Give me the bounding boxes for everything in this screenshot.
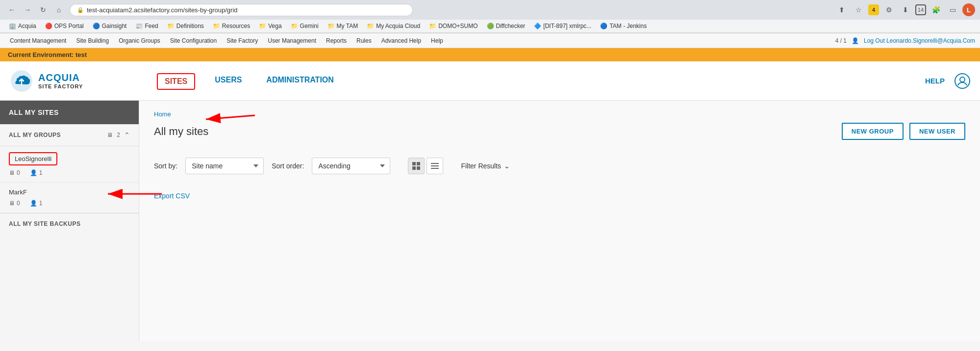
- filter-results-button[interactable]: Filter Results ⌄: [456, 159, 515, 173]
- topnav-user-management[interactable]: User Management: [263, 34, 321, 47]
- sort-by-label: Sort by:: [154, 162, 177, 170]
- logo-area: ACQUIA SITE FACTORY: [10, 69, 147, 93]
- topnav-organic-groups[interactable]: Organic Groups: [114, 34, 165, 47]
- bookmark-ops-portal[interactable]: 🔴 OPS Portal: [41, 22, 88, 30]
- svg-rect-8: [431, 168, 439, 169]
- extensions-button[interactable]: 4: [868, 4, 879, 15]
- share-button[interactable]: ⬆: [835, 3, 849, 17]
- settings-button[interactable]: ⚙: [882, 3, 896, 17]
- bookmark-tam-jenkins[interactable]: 🔵 TAM - Jenkins: [596, 22, 651, 30]
- diffchecker-icon: 🟢: [487, 23, 494, 29]
- address-bar[interactable]: 🔒 test-acquiatam2.acsitefactory.com/site…: [70, 4, 413, 16]
- sidebar: ALL MY SITES ALL MY GROUPS 🖥 2 ⌃ LeoSign…: [0, 101, 139, 341]
- group-name-markf: MarkF: [9, 189, 27, 196]
- app-wrapper: ACQUIA SITE FACTORY SITES USERS ADMINIST…: [0, 61, 980, 341]
- back-button[interactable]: ←: [5, 3, 19, 17]
- topnav-content-management[interactable]: Content Management: [5, 34, 71, 47]
- forward-button[interactable]: →: [21, 3, 34, 17]
- browser-nav-buttons: ← → ↻ ⌂: [5, 3, 66, 17]
- bookmark-domo-sumo[interactable]: 📁 DOMO+SUMO: [425, 22, 481, 30]
- profile-button[interactable]: L: [962, 3, 975, 16]
- tab-administration[interactable]: ADMINISTRATION: [261, 61, 338, 100]
- export-csv-link[interactable]: Export CSV: [154, 192, 190, 200]
- browser-chrome: ← → ↻ ⌂ 🔒 test-acquiatam2.acsitefactory.…: [0, 0, 980, 33]
- bookmark-resources[interactable]: 📁 Resources: [209, 22, 254, 30]
- sidebar-all-backups[interactable]: ALL MY SITE BACKUPS: [0, 213, 139, 234]
- svg-rect-3: [417, 162, 420, 165]
- sidebar-group-leosignorelli[interactable]: LeoSignorelli 🖥 0 👤 1: [0, 146, 139, 183]
- bookmark-diffchecker[interactable]: 🟢 Diffchecker: [483, 22, 529, 30]
- topnav-logout-link[interactable]: Log Out Leonardo.Signorelli@Acquia.Com: [864, 37, 975, 44]
- bookmark-feed[interactable]: 📰 Feed: [131, 22, 162, 30]
- dit-icon: 🔷: [534, 23, 541, 29]
- header-right: HELP: [925, 73, 970, 89]
- sort-order-select[interactable]: Ascending Descending: [312, 158, 390, 174]
- my-tam-icon: 📁: [327, 23, 335, 29]
- topnav-site-building[interactable]: Site Building: [71, 34, 114, 47]
- user-small-icon: 👤: [30, 169, 37, 176]
- bookmark-label: OPS Portal: [54, 23, 84, 29]
- browser-actions: ⬆ ☆ 4 ⚙ ⬇ 14 🧩 ▭ L: [835, 3, 975, 17]
- topnav-user-icon: 👤: [852, 37, 859, 44]
- bookmark-gainsight[interactable]: 🔵 Gainsight: [89, 22, 131, 30]
- monitor-small-icon-markf: 🖥: [9, 200, 15, 207]
- acquia-icon: 🏢: [9, 23, 16, 29]
- sidebar-all-sites[interactable]: ALL MY SITES: [0, 101, 139, 124]
- downloads-button[interactable]: ⬇: [899, 3, 912, 17]
- groups-count: 2: [117, 132, 120, 138]
- group-stats-leosignorelli: 🖥 0 👤 1: [9, 169, 130, 176]
- bookmark-my-tam[interactable]: 📁 My TAM: [324, 22, 362, 30]
- svg-rect-5: [417, 166, 420, 170]
- topnav-rules[interactable]: Rules: [352, 34, 377, 47]
- sidebar-button[interactable]: ▭: [946, 3, 959, 17]
- tab-users[interactable]: USERS: [210, 61, 247, 100]
- bookmark-definitions[interactable]: 📁 Definitions: [163, 22, 208, 30]
- bookmark-dit897[interactable]: 🔷 [DIT-897] xmlrpc...: [530, 22, 595, 30]
- topnav-right: 4 / 1 👤 Log Out Leonardo.Signorelli@Acqu…: [835, 37, 975, 44]
- refresh-button[interactable]: ↻: [36, 3, 50, 17]
- breadcrumb[interactable]: Home: [154, 110, 965, 118]
- bookmark-label: Gainsight: [102, 23, 127, 29]
- sites-count: 0: [17, 169, 20, 176]
- bookmark-gemini[interactable]: 📁 Gemini: [287, 22, 323, 30]
- topnav-site-configuration[interactable]: Site Configuration: [165, 34, 222, 47]
- browser-toolbar: ← → ↻ ⌂ 🔒 test-acquiatam2.acsitefactory.…: [0, 0, 980, 20]
- logo-sub-text: SITE FACTORY: [38, 83, 83, 89]
- resources-icon: 📁: [213, 23, 220, 29]
- filter-results-label: Filter Results: [461, 162, 501, 170]
- sort-by-select[interactable]: Site name Date created Last updated: [185, 158, 264, 174]
- domo-icon: 📁: [429, 23, 436, 29]
- sidebar-group-markf[interactable]: MarkF 🖥 0 👤 1: [0, 183, 139, 213]
- tab-count-button[interactable]: 14: [915, 4, 926, 15]
- topnav-advanced-help[interactable]: Advanced Help: [377, 34, 426, 47]
- bookmark-vega[interactable]: 📁 Vega: [255, 22, 285, 30]
- bookmark-label: Gemini: [300, 23, 319, 29]
- new-user-button[interactable]: NEW USER: [909, 123, 965, 140]
- monitor-small-icon: 🖥: [9, 169, 15, 176]
- puzzle-button[interactable]: 🧩: [929, 3, 943, 17]
- topnav-help[interactable]: Help: [426, 34, 448, 47]
- group-name-leosignorelli: LeoSignorelli: [9, 152, 57, 165]
- logo-text: ACQUIA SITE FACTORY: [38, 72, 83, 89]
- user-profile-icon[interactable]: [955, 73, 970, 89]
- topnav-reports[interactable]: Reports: [321, 34, 352, 47]
- bookmark-button[interactable]: ☆: [852, 3, 865, 17]
- topnav-site-factory[interactable]: Site Factory: [222, 34, 263, 47]
- definitions-icon: 📁: [167, 23, 175, 29]
- tab-sites[interactable]: SITES: [157, 73, 195, 90]
- bookmark-label: [DIT-897] xmlrpc...: [543, 23, 591, 29]
- grid-view-button[interactable]: [408, 158, 425, 174]
- user-small-icon-markf: 👤: [30, 200, 37, 207]
- gemini-icon: 📁: [291, 23, 298, 29]
- svg-rect-7: [431, 165, 439, 166]
- bookmark-label: Resources: [222, 23, 250, 29]
- chevron-down-icon: ⌄: [504, 162, 510, 170]
- bookmark-acquia-cloud[interactable]: 📁 My Acquia Cloud: [363, 22, 424, 30]
- help-link[interactable]: HELP: [925, 77, 945, 85]
- list-view-button[interactable]: [427, 158, 443, 174]
- bookmark-acquia[interactable]: 🏢 Acquia: [5, 22, 40, 30]
- collapse-button[interactable]: ⌃: [124, 131, 130, 139]
- new-group-button[interactable]: NEW GROUP: [842, 123, 904, 140]
- topnav-items: Content Management Site Building Organic…: [5, 34, 835, 47]
- home-button[interactable]: ⌂: [52, 3, 66, 17]
